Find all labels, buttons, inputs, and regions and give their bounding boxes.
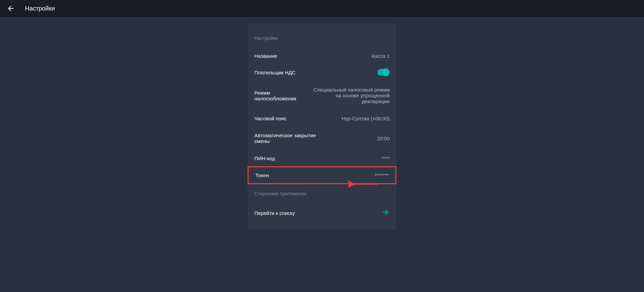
setting-row-vat[interactable]: Плательщик НДС [248,64,396,81]
setting-value: **** [382,155,390,161]
setting-value: 20:00 [377,136,390,141]
setting-value: Касса 1 [372,53,390,59]
setting-label: Перейти к списку [254,210,295,216]
setting-label: Токен [255,172,269,178]
setting-row-pin[interactable]: ПИН-код **** [248,150,396,166]
setting-value: Нур-Султан (+06:00) [342,116,390,121]
setting-value: ******* [375,172,389,178]
setting-row-name[interactable]: Название Касса 1 [248,48,396,64]
back-button[interactable] [7,4,15,13]
section-header-settings: Настройки [248,30,396,48]
app-header: Настройки [0,0,644,17]
page-title: Настройки [25,5,55,12]
setting-row-tax-mode[interactable]: Режим налогообложения Специальный налого… [248,81,396,110]
setting-row-go-to-list[interactable]: Перейти к списку [248,203,396,223]
arrow-right-icon [382,208,390,218]
setting-label: Режим налогообложения [254,90,312,101]
setting-label: Плательщик НДС [254,70,296,75]
setting-row-timezone[interactable]: Часовой пояс Нур-Султан (+06:00) [248,110,396,126]
vat-toggle[interactable] [377,69,390,76]
main-content: Настройки Название Касса 1 Плательщик НД… [0,17,644,229]
setting-label: ПИН-код [254,155,275,161]
setting-value: Специальный налоговый режим на основе уп… [312,87,390,104]
setting-label: Часовой пояс [254,116,286,121]
arrow-left-icon [7,4,15,13]
annotation-arrow [348,179,379,191]
setting-label: Название [254,53,277,59]
setting-row-auto-close[interactable]: Автоматическое закрытие смены 20:00 [248,126,396,150]
setting-label: Автоматическое закрытие смены [254,132,329,144]
settings-panel: Настройки Название Касса 1 Плательщик НД… [248,24,396,229]
